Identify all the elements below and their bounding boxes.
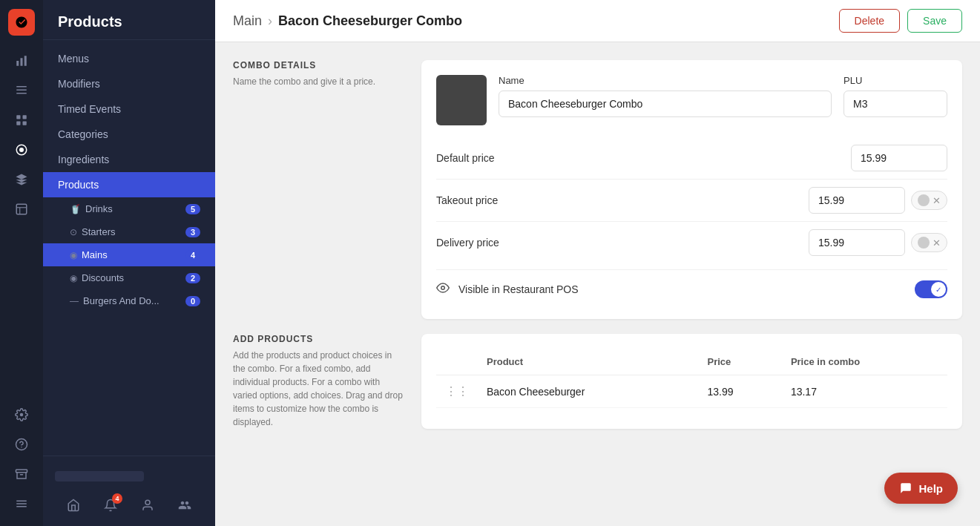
combo-details-desc: Name the combo and give it a price.	[233, 75, 404, 88]
add-products-label: ADD PRODUCTS Add the products and produc…	[233, 334, 404, 429]
breadcrumb-main[interactable]: Main	[233, 13, 262, 29]
sidebar-item-menus[interactable]: Menus	[43, 46, 215, 71]
layers-nav-icon[interactable]	[8, 166, 35, 193]
user-name-blur	[55, 471, 144, 481]
takeout-clear-icon[interactable]: ✕	[933, 195, 941, 206]
add-products-title: ADD PRODUCTS	[233, 334, 404, 344]
sidebar-item-products[interactable]: Products	[43, 172, 215, 197]
icon-rail	[0, 0, 43, 526]
product-name-cell: Bacon Cheeseburger	[478, 375, 699, 408]
sidebar-title: Products	[43, 0, 215, 40]
svg-rect-1	[21, 58, 23, 66]
header-actions: Delete Save	[839, 9, 962, 33]
svg-rect-20	[16, 506, 27, 507]
default-price-row: Default price	[436, 137, 947, 180]
store-icon-button[interactable]	[62, 493, 85, 517]
add-products-card: Product Price Price in combo ⋮⋮ Bacon Ch…	[421, 334, 962, 429]
sidebar-item-label: Timed Events	[58, 103, 121, 115]
add-user-icon-button[interactable]	[173, 493, 197, 517]
sidebar-item-label: Modifiers	[58, 78, 100, 90]
sidebar-item-label: Categories	[58, 128, 108, 140]
burgers-icon: —	[70, 296, 79, 306]
svg-rect-8	[16, 122, 20, 125]
brand-logo	[8, 9, 35, 36]
starters-icon: ⊙	[70, 227, 77, 237]
table-nav-icon[interactable]	[8, 196, 35, 223]
sidebar-item-label: Products	[58, 179, 99, 191]
takeout-toggle-clear[interactable]: ✕	[911, 191, 947, 210]
sidebar-subitem-burgers[interactable]: — Burgers And Do... 0	[43, 289, 215, 312]
delivery-clear-icon[interactable]: ✕	[933, 237, 941, 249]
plu-input[interactable]	[843, 91, 947, 117]
drinks-icon: 🥤	[70, 204, 81, 214]
svg-rect-4	[16, 90, 27, 91]
help-button[interactable]: Help	[884, 473, 958, 504]
bottom-action-bar: 4	[55, 487, 203, 517]
user-bar	[55, 465, 203, 487]
name-input[interactable]	[499, 91, 832, 117]
sidebar-subitem-discounts[interactable]: ◉ Discounts 2	[43, 266, 215, 289]
products-table-head: Product Price Price in combo	[436, 349, 947, 375]
svg-point-16	[21, 447, 22, 448]
sidebar-item-timed-events[interactable]: Timed Events	[43, 96, 215, 122]
visible-row: Visible in Restaurant POS ✓	[436, 269, 947, 304]
delete-button[interactable]: Delete	[839, 9, 900, 33]
product-col-header: Product	[478, 349, 699, 375]
default-price-input[interactable]	[851, 145, 947, 171]
menu-nav-icon[interactable]	[8, 490, 35, 517]
sidebar-subitem-starters[interactable]: ⊙ Starters 3	[43, 220, 215, 243]
products-table: Product Price Price in combo ⋮⋮ Bacon Ch…	[436, 349, 947, 408]
burgers-badge: 0	[185, 296, 200, 306]
products-table-body: ⋮⋮ Bacon Cheeseburger 13.99 13.17	[436, 375, 947, 408]
sidebar-item-categories[interactable]: Categories	[43, 122, 215, 147]
help-nav-icon[interactable]	[8, 431, 35, 458]
sidebar-bottom: 4	[43, 456, 215, 526]
product-price-cell: 13.99	[699, 375, 782, 408]
notification-icon-button[interactable]: 4	[99, 493, 122, 517]
visible-toggle[interactable]: ✓	[915, 280, 947, 298]
sidebar-subitem-drinks[interactable]: 🥤 Drinks 5	[43, 197, 215, 220]
drag-col-header	[436, 349, 478, 375]
sidebar-subitem-mains[interactable]: ◉ Mains 4	[43, 243, 215, 266]
add-products-section: ADD PRODUCTS Add the products and produc…	[233, 334, 962, 429]
sub-item-label: Starters	[82, 226, 116, 237]
takeout-price-input[interactable]	[809, 187, 905, 214]
discounts-badge: 2	[185, 273, 200, 283]
help-label: Help	[918, 482, 943, 495]
visible-toggle-thumb: ✓	[931, 282, 946, 297]
eye-icon	[436, 281, 450, 297]
default-price-label: Default price	[436, 152, 851, 164]
delivery-toggle-thumb	[918, 237, 930, 249]
product-image[interactable]	[436, 75, 487, 125]
svg-point-11	[19, 148, 24, 152]
price-rows: Default price Takeout price ✕	[436, 137, 947, 263]
discounts-icon: ◉	[70, 273, 77, 283]
combo-details-section: COMBO DETAILS Name the combo and give it…	[233, 60, 962, 319]
chart-bar-icon[interactable]	[8, 47, 35, 74]
svg-rect-6	[16, 115, 20, 119]
name-field-group: Name	[499, 75, 832, 117]
grid-icon[interactable]	[8, 107, 35, 134]
archive-nav-icon[interactable]	[8, 461, 35, 487]
delivery-price-input[interactable]	[809, 229, 905, 256]
content-body: COMBO DETAILS Name the combo and give it…	[215, 42, 980, 526]
table-row: ⋮⋮ Bacon Cheeseburger 13.99 13.17	[436, 375, 947, 408]
takeout-toggle-thumb	[918, 194, 930, 206]
svg-rect-2	[24, 56, 27, 66]
svg-point-21	[145, 500, 150, 504]
delivery-price-row: Delivery price ✕	[436, 222, 947, 263]
user-profile-icon-button[interactable]	[136, 493, 160, 517]
svg-rect-12	[16, 204, 27, 214]
settings-nav-icon[interactable]	[8, 401, 35, 428]
list-view-icon[interactable]	[8, 77, 35, 104]
add-products-desc: Add the products and product choices in …	[233, 349, 404, 429]
page-header: Main › Bacon Cheeseburger Combo Delete S…	[215, 0, 980, 42]
sidebar-item-ingredients[interactable]: Ingredients	[43, 147, 215, 172]
combo-details-title: COMBO DETAILS	[233, 60, 404, 70]
sidebar-item-modifiers[interactable]: Modifiers	[43, 71, 215, 96]
circle-nav-icon[interactable]	[8, 137, 35, 163]
delivery-toggle-clear[interactable]: ✕	[911, 233, 947, 252]
drag-handle-icon[interactable]: ⋮⋮	[445, 385, 469, 398]
notification-badge: 4	[112, 493, 122, 504]
save-button[interactable]: Save	[907, 9, 962, 33]
